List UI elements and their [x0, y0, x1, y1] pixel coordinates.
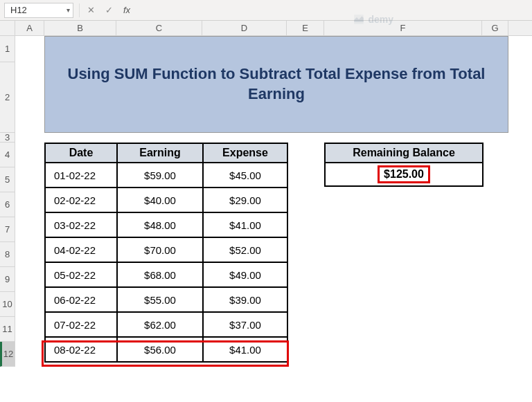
row-header-7[interactable]: 7: [0, 217, 15, 242]
row-header-1[interactable]: 1: [0, 36, 15, 62]
headers-column: 123456789101112: [0, 21, 15, 402]
cell-expense[interactable]: $39.00: [203, 287, 287, 312]
cell-expense[interactable]: $52.00: [203, 237, 287, 262]
table-row: 03-02-22$48.00$41.00: [45, 212, 287, 237]
table-row: 06-02-22$55.00$39.00: [45, 287, 287, 312]
cell-date[interactable]: 05-02-22: [45, 262, 117, 287]
row-header-12[interactable]: 12: [0, 342, 15, 367]
row-header-4[interactable]: 4: [0, 143, 15, 167]
cell-earning[interactable]: $68.00: [117, 262, 203, 287]
cell-expense[interactable]: $41.00: [203, 337, 287, 362]
cell-date[interactable]: 01-02-22: [45, 163, 117, 188]
formula-bar-icons: ✕ ✓ fx: [85, 5, 132, 16]
chevron-down-icon: ▾: [66, 6, 70, 14]
select-all-corner[interactable]: [0, 21, 15, 36]
fx-icon[interactable]: fx: [121, 5, 132, 16]
cell-expense[interactable]: $37.00: [203, 312, 287, 337]
col-header-C[interactable]: C: [116, 21, 202, 35]
cell-earning[interactable]: $55.00: [117, 287, 203, 312]
grid-area: 123456789101112 ABCDEFG Using SUM Functi…: [0, 21, 532, 402]
check-icon[interactable]: ✓: [103, 5, 114, 16]
cell-expense[interactable]: $41.00: [203, 212, 287, 237]
cell-date[interactable]: 04-02-22: [45, 237, 117, 262]
cell-date[interactable]: 07-02-22: [45, 312, 117, 337]
name-box-value: H12: [10, 5, 27, 15]
cell-date[interactable]: 08-02-22: [45, 337, 117, 362]
name-box[interactable]: H12 ▾: [4, 3, 73, 18]
col-header-A[interactable]: A: [15, 21, 44, 35]
column-headers: ABCDEFG: [15, 21, 532, 36]
cell-date[interactable]: 03-02-22: [45, 212, 117, 237]
cell-date[interactable]: 02-02-22: [45, 188, 117, 212]
title-merged-cell: Using SUM Function to Subtract Total Exp…: [44, 36, 508, 133]
header-balance: Remaining Balance: [325, 143, 483, 163]
expense-table: Date Earning Expense 01-02-22$59.00$45.0…: [44, 143, 288, 363]
col-header-F[interactable]: F: [324, 21, 482, 35]
col-header-E[interactable]: E: [287, 21, 324, 35]
row-header-8[interactable]: 8: [0, 242, 15, 267]
row-header-6[interactable]: 6: [0, 192, 15, 217]
table-row: 05-02-22$68.00$49.00: [45, 262, 287, 287]
row-header-11[interactable]: 11: [0, 317, 15, 342]
row-headers: 123456789101112: [0, 36, 15, 367]
balance-table: Remaining Balance $125.00: [324, 143, 484, 187]
cell-expense[interactable]: $45.00: [203, 163, 287, 188]
table-row: 04-02-22$70.00$52.00: [45, 237, 287, 262]
balance-value: $125.00: [378, 165, 430, 183]
balance-cell: $125.00: [325, 163, 483, 186]
header-date: Date: [45, 143, 117, 163]
cell-earning[interactable]: $56.00: [117, 337, 203, 362]
row-header-2[interactable]: 2: [0, 62, 15, 133]
cell-expense[interactable]: $29.00: [203, 188, 287, 212]
row-header-10[interactable]: 10: [0, 292, 15, 317]
cell-date[interactable]: 06-02-22: [45, 287, 117, 312]
table-row: 01-02-22$59.00$45.00: [45, 163, 287, 188]
table-row: 08-02-22$56.00$41.00: [45, 337, 287, 362]
col-header-G[interactable]: G: [482, 21, 508, 35]
col-header-B[interactable]: B: [44, 21, 116, 35]
header-expense: Expense: [203, 143, 287, 163]
cell-earning[interactable]: $59.00: [117, 163, 203, 188]
row-header-5[interactable]: 5: [0, 167, 15, 192]
header-earning: Earning: [117, 143, 203, 163]
col-header-D[interactable]: D: [202, 21, 287, 35]
formula-bar: H12 ▾ ✕ ✓ fx: [0, 0, 532, 21]
divider: [79, 3, 80, 17]
sheet: ABCDEFG Using SUM Function to Subtract T…: [15, 21, 532, 402]
formula-input[interactable]: [136, 3, 528, 18]
row-header-3[interactable]: 3: [0, 133, 15, 143]
cancel-icon[interactable]: ✕: [85, 5, 96, 16]
cell-earning[interactable]: $48.00: [117, 212, 203, 237]
cell-earning[interactable]: $70.00: [117, 237, 203, 262]
title-text: Using SUM Function to Subtract Total Exp…: [45, 64, 508, 104]
row-header-9[interactable]: 9: [0, 267, 15, 292]
table-row: 07-02-22$62.00$37.00: [45, 312, 287, 337]
table-row: 02-02-22$40.00$29.00: [45, 188, 287, 212]
cell-earning[interactable]: $62.00: [117, 312, 203, 337]
cell-earning[interactable]: $40.00: [117, 188, 203, 212]
cell-expense[interactable]: $49.00: [203, 262, 287, 287]
